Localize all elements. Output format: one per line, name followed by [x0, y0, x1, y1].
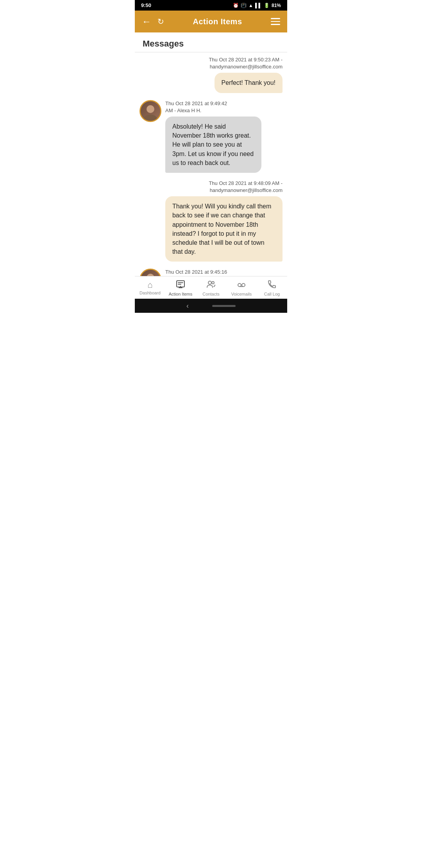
svg-rect-5 — [178, 282, 183, 283]
nav-call-log-label: Call Log — [264, 292, 280, 296]
msg3-bubble: Thank you! Will you kindly call them bac… — [165, 196, 283, 262]
svg-point-8 — [212, 282, 214, 284]
vibrate-icon: 📳 — [241, 3, 247, 8]
message-group-3: Thu Oct 28 2021 at 9:48:09 AM -handymano… — [139, 180, 283, 262]
nav-call-log[interactable]: Call Log — [259, 280, 284, 296]
status-bar: 9:50 ⏰ 📳 ▲ ▌▌ 🔋 81% — [135, 0, 287, 11]
msg2-content: Thu Oct 28 2021 at 9:49:42AM - Alexa H H… — [165, 100, 283, 173]
msg4-content: Thu Oct 28 2021 at 9:45:16AM - Alexa H H… — [165, 269, 283, 276]
msg2-timestamp: Thu Oct 28 2021 at 9:49:42AM - Alexa H H… — [165, 100, 227, 114]
messages-header: Messages — [135, 32, 287, 52]
avatar-alexa-1 — [139, 100, 161, 122]
avatar-alexa-2 — [139, 269, 161, 276]
nav-voicemails[interactable]: Voicemails — [229, 280, 254, 296]
messages-list: Thu Oct 28 2021 at 9:50:23 AM -handymano… — [135, 52, 287, 276]
battery-percent: 81% — [272, 3, 281, 8]
signal-icon: ▌▌ — [255, 3, 262, 8]
svg-point-9 — [238, 283, 241, 287]
nav-action-items[interactable]: Action Items — [168, 280, 193, 296]
svg-point-1 — [143, 115, 157, 121]
nav-voicemails-label: Voicemails — [231, 292, 252, 296]
msg4-timestamp: Thu Oct 28 2021 at 9:45:16AM - Alexa H H… — [165, 269, 227, 276]
msg2-bubble: Absolutely! He said November 18th works … — [165, 117, 261, 173]
battery-icon: 🔋 — [264, 3, 270, 8]
alarm-icon: ⏰ — [233, 3, 239, 8]
nav-contacts[interactable]: Contacts — [198, 280, 224, 296]
avatar-image-2 — [143, 272, 158, 276]
header-left-actions: ← ↻ — [142, 16, 164, 27]
action-items-icon — [176, 280, 185, 291]
back-button[interactable]: ← — [142, 16, 151, 27]
android-back[interactable]: ‹ — [186, 302, 189, 310]
wifi-icon: ▲ — [249, 3, 253, 8]
page-title: Action Items — [193, 17, 242, 26]
android-home[interactable] — [212, 305, 236, 307]
msg1-text: Perfect! Thank you! — [222, 79, 275, 86]
messages-title: Messages — [143, 39, 184, 48]
svg-point-0 — [147, 105, 154, 113]
app-header: ← ↻ Action Items — [135, 11, 287, 32]
message-group-4: Thu Oct 28 2021 at 9:45:16AM - Alexa H H… — [139, 269, 283, 276]
refresh-button[interactable]: ↻ — [157, 17, 164, 26]
avatar-image — [143, 104, 158, 121]
header-right-actions[interactable] — [271, 18, 280, 25]
menu-button[interactable] — [271, 18, 280, 25]
nav-action-items-label: Action Items — [169, 292, 193, 296]
status-right: ⏰ 📳 ▲ ▌▌ 🔋 81% — [233, 3, 281, 8]
msg3-timestamp: Thu Oct 28 2021 at 9:48:09 AM -handymano… — [209, 180, 283, 194]
nav-dashboard[interactable]: ⌂ Dashboard — [138, 281, 163, 295]
android-nav-bar: ‹ — [135, 299, 287, 313]
msg2-text: Absolutely! He said November 18th works … — [172, 123, 254, 166]
svg-point-7 — [208, 281, 211, 284]
msg1-timestamp: Thu Oct 28 2021 at 9:50:23 AM -handymano… — [209, 56, 283, 70]
call-log-icon — [267, 280, 277, 291]
svg-point-10 — [242, 283, 245, 287]
messages-container: Messages Thu Oct 28 2021 at 9:50:23 AM -… — [135, 32, 287, 276]
message-group-2: Thu Oct 28 2021 at 9:49:42AM - Alexa H H… — [139, 100, 283, 173]
contacts-icon — [206, 280, 216, 291]
status-time: 9:50 — [141, 2, 151, 8]
nav-dashboard-label: Dashboard — [139, 291, 161, 295]
msg1-bubble: Perfect! Thank you! — [215, 73, 283, 93]
nav-contacts-label: Contacts — [202, 292, 219, 296]
dashboard-icon: ⌂ — [147, 281, 152, 289]
bottom-nav: ⌂ Dashboard Action Items Contacts — [135, 276, 287, 299]
message-group-1: Thu Oct 28 2021 at 9:50:23 AM -handymano… — [139, 56, 283, 93]
msg3-text: Thank you! Will you kindly call them bac… — [172, 203, 271, 255]
voicemails-icon — [237, 280, 246, 291]
svg-rect-6 — [178, 284, 181, 285]
